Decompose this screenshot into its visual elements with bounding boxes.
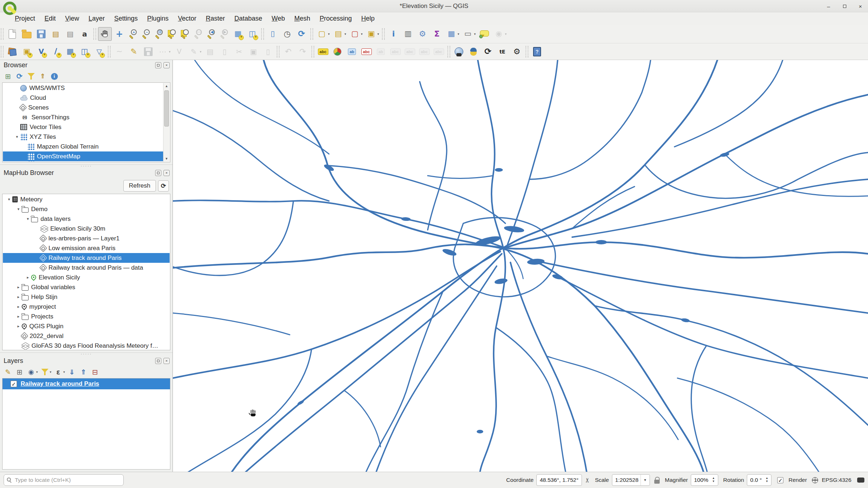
chevron-down-icon[interactable]: ▾ <box>36 370 38 374</box>
toolbar-grip[interactable] <box>310 28 313 40</box>
menu-processing[interactable]: Processing <box>315 13 357 24</box>
zoom-last-button[interactable]: ◀ <box>205 28 217 40</box>
tree-item-cloud[interactable]: Cloud <box>3 93 163 103</box>
toolbar-grip[interactable] <box>108 46 111 57</box>
tree-item-railway-track-around-paris-data[interactable]: Railway track around Paris — data <box>3 263 170 273</box>
menu-vector[interactable]: Vector <box>173 13 201 24</box>
new-map-view-button[interactable]: ▦ <box>231 27 245 41</box>
maphub-undock-button[interactable] <box>155 170 161 176</box>
toolbar-grip[interactable] <box>277 46 280 57</box>
menu-view[interactable]: View <box>60 13 84 24</box>
layer-item-railway-track-around-paris[interactable]: ✓Railway track around Paris <box>3 378 170 389</box>
tree-expander-icon[interactable]: ▸ <box>15 314 22 319</box>
new-geopackage-layer-button[interactable]: ▣ <box>20 45 34 59</box>
tree-expander-icon[interactable]: ▸ <box>15 324 22 329</box>
menu-settings[interactable]: Settings <box>110 13 142 24</box>
layer-visibility-checkbox[interactable]: ✓ <box>10 381 17 387</box>
toolbar-grip[interactable] <box>311 46 314 57</box>
rotation-spinbox[interactable]: 0.0 ° ▲▼ <box>747 474 771 486</box>
filter-by-expression-button[interactable]: ε▾ <box>53 367 65 377</box>
toolbar-grip[interactable] <box>1 28 4 40</box>
tree-item-qgis-plugin[interactable]: ▸QGIS Plugin <box>3 321 170 331</box>
tree-expander-icon[interactable]: ▸ <box>25 275 31 280</box>
new-shapefile-layer-button[interactable]: V <box>34 45 48 59</box>
layer-diagram-button[interactable] <box>331 45 344 59</box>
chevron-down-icon[interactable]: ▾ <box>361 32 363 36</box>
menu-database[interactable]: Database <box>230 13 267 24</box>
tree-expander-icon[interactable]: ▾ <box>25 217 31 221</box>
chevron-down-icon[interactable]: ▾ <box>200 50 202 53</box>
tree-item-help-stijn[interactable]: ▸Help Stijn <box>3 292 170 302</box>
new-print-layout-button[interactable]: ▤ <box>49 27 63 41</box>
select-features-button[interactable]: ▢▾ <box>315 27 331 41</box>
magnifier-spinbox[interactable]: 100% ▲▼ <box>691 474 718 486</box>
map-canvas[interactable] <box>173 60 868 472</box>
new-mesh-layer-button[interactable]: ◫ <box>78 45 92 59</box>
no-labels-button[interactable]: abc <box>359 45 373 59</box>
tree-item-openstreetmap[interactable]: OpenStreetMap <box>3 151 163 161</box>
new-gpx-layer-button[interactable]: ▽ <box>92 45 106 59</box>
metasearch-button[interactable] <box>452 45 466 59</box>
toggle-editing-button[interactable]: ✎ <box>127 45 141 59</box>
chevron-down-icon[interactable]: ▾ <box>328 32 330 36</box>
chevron-down-icon[interactable]: ▾ <box>458 32 459 36</box>
python-console-button[interactable] <box>467 45 480 59</box>
chevron-down-icon[interactable]: ▾ <box>169 50 171 53</box>
filter-legend-button[interactable]: ▾ <box>40 367 52 377</box>
tree-expander-icon[interactable]: ▸ <box>15 304 22 309</box>
expand-all-layers-button[interactable]: ⇓ <box>67 367 77 377</box>
scroll-up-icon[interactable]: ▲ <box>163 83 170 89</box>
tree-item-elevation-sicily-30m[interactable]: Elevation Sicily 30m <box>3 224 170 234</box>
tree-expander-icon[interactable]: ▾ <box>6 197 12 202</box>
tree-item-vector-tiles[interactable]: Vector Tiles <box>3 122 163 132</box>
tree-expander-icon[interactable]: ▾ <box>14 134 20 139</box>
browser-properties-button[interactable]: i <box>49 71 59 81</box>
select-features-by-value-button[interactable]: ▤▾ <box>332 27 348 41</box>
map-tips-button[interactable] <box>477 27 491 41</box>
scale-combo[interactable]: 1:202528 ▼ <box>612 474 650 486</box>
pin-labels-button[interactable]: ab <box>345 45 359 59</box>
maphub-close-button[interactable]: × <box>163 170 170 176</box>
tree-item-glofas-30-days-flood-reanalysis-meteory-[interactable]: GloFAS 30 days Flood Reanalysis Meteory … <box>3 341 170 350</box>
open-attribute-table-button[interactable]: ▦▾ <box>444 27 460 41</box>
zoom-full-extent-button[interactable]: ⊡ <box>153 28 165 40</box>
tree-item-item[interactable] <box>3 161 163 162</box>
tree-item-railway-track-around-paris[interactable]: Railway track around Paris <box>3 253 170 263</box>
tree-item-les-arbres-paris-layer1[interactable]: les-arbres-paris — Layer1 <box>3 234 170 243</box>
tree-expander-icon[interactable]: ▾ <box>15 207 22 211</box>
measure-line-button[interactable]: ▭▾ <box>461 27 477 41</box>
panel-splitter[interactable]: ····· <box>0 353 173 356</box>
tree-item-myproject[interactable]: ▸myproject <box>3 302 170 312</box>
new-project-button[interactable] <box>5 27 19 41</box>
help-button[interactable]: ? <box>530 45 544 59</box>
temporal-controller-button[interactable]: ◷ <box>280 27 294 41</box>
statistics-abacus-button[interactable]: ▥ <box>401 27 415 41</box>
tree-item-global-variables[interactable]: ▸Global variables <box>3 282 170 292</box>
chevron-down-icon[interactable]: ▾ <box>50 370 52 374</box>
new-3d-map-view-button[interactable]: ◫ <box>246 27 259 41</box>
plugin-tree-button[interactable]: tE <box>495 45 509 59</box>
maphub-refresh-icon-button[interactable]: ⟳ <box>158 180 169 192</box>
crs-globe-icon[interactable] <box>812 477 818 483</box>
zoom-out-button[interactable]: − <box>140 28 152 40</box>
new-spatialite-layer-button[interactable]: / <box>49 45 63 59</box>
layer-labeling-button[interactable]: abc <box>316 45 330 59</box>
scroll-down-icon[interactable]: ▼ <box>163 156 170 162</box>
panel-splitter[interactable]: ····· <box>0 165 173 168</box>
locate-input[interactable] <box>4 474 124 486</box>
toolbar-grip[interactable] <box>261 28 264 40</box>
collapse-all-layers-button[interactable]: ⇑ <box>78 367 89 377</box>
show-layout-manager-button[interactable]: ▤ <box>63 27 77 41</box>
zoom-to-layer-button[interactable] <box>166 28 178 40</box>
menu-mesh[interactable]: Mesh <box>290 13 315 24</box>
coordinate-field[interactable]: 48.536°, 1.752° <box>536 474 582 486</box>
open-layer-styling-button[interactable]: ✎ <box>3 367 13 377</box>
tree-item-2022-derval[interactable]: 2022_derval <box>3 331 170 341</box>
chevron-down-icon[interactable]: ▾ <box>474 32 476 36</box>
layers-undock-button[interactable] <box>155 358 161 364</box>
messages-icon[interactable] <box>857 478 864 483</box>
tree-item-meteory[interactable]: ▾Meteory <box>3 194 170 204</box>
plugin-reload-button[interactable]: ⟳ <box>481 45 495 59</box>
restore-button[interactable] <box>841 2 848 10</box>
refresh-map-button[interactable]: ⟳ <box>295 27 309 41</box>
